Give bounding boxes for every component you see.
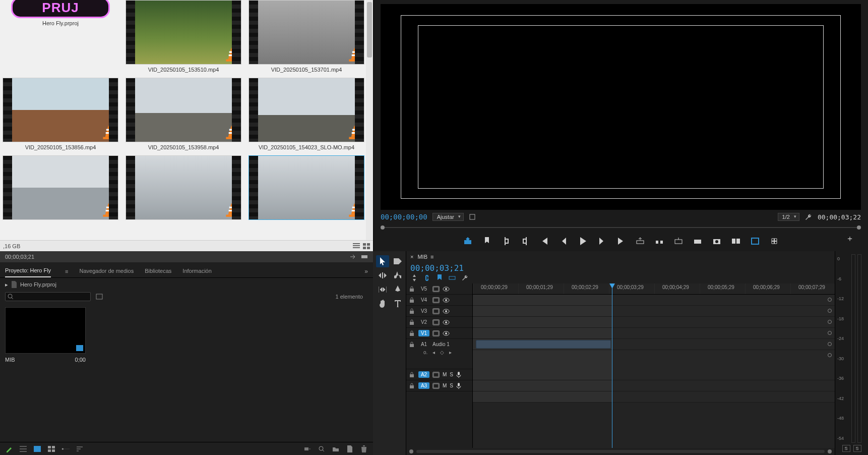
audio-track-header[interactable]: A3MS	[406, 380, 472, 391]
sequence-tab-menu-icon[interactable]: ≡	[430, 254, 433, 260]
ripple-edit-tool-icon[interactable]	[376, 269, 389, 281]
lift-icon[interactable]	[635, 236, 645, 246]
go-to-in-icon[interactable]	[539, 236, 549, 246]
track-target[interactable]: V5	[418, 286, 429, 292]
hand-tool-icon[interactable]	[376, 298, 389, 310]
playhead[interactable]	[612, 283, 612, 448]
media-item[interactable]	[246, 155, 367, 225]
pen-icon[interactable]	[5, 445, 13, 453]
pen-tool-icon[interactable]	[391, 283, 404, 296]
linked-selection-icon[interactable]	[423, 274, 430, 281]
lock-icon[interactable]	[409, 286, 415, 292]
add-marker-icon[interactable]	[482, 236, 492, 246]
keyframe-o-icon[interactable]: o.	[423, 350, 427, 355]
extract-icon[interactable]	[654, 236, 664, 246]
grid-view-icon[interactable]	[363, 243, 370, 249]
fit-dropdown[interactable]: Ajustar	[432, 213, 464, 221]
prev-keyframe-icon[interactable]: ◂	[432, 350, 435, 355]
track-target[interactable]: V1	[418, 330, 429, 336]
automate-to-sequence-icon[interactable]	[303, 445, 312, 453]
audio-track-header[interactable]: A1Audio 1o.◂◇▸	[406, 339, 472, 369]
solo-right-button[interactable]: S	[853, 445, 861, 452]
solo-button[interactable]: S	[450, 383, 453, 388]
timeline-zoom-bar[interactable]	[406, 448, 835, 455]
proxy-toggle-icon[interactable]	[769, 236, 779, 246]
video-track-header[interactable]: V2	[406, 317, 472, 328]
close-sequence-icon[interactable]: ×	[410, 254, 413, 260]
mark-in-icon[interactable]	[501, 236, 511, 246]
media-item[interactable]: PRUJHero Fly.prproj	[0, 0, 121, 76]
track-target[interactable]: A1	[418, 341, 429, 348]
media-item[interactable]: VID_20250105_153958.mp4	[123, 78, 244, 153]
media-item[interactable]	[123, 155, 244, 225]
lock-icon[interactable]	[409, 330, 415, 336]
timeline-tracks[interactable]: 00;00;00;2900;00;01;2900;00;02;2900;00;0…	[473, 283, 835, 448]
toggle-track-output-icon[interactable]	[443, 287, 450, 292]
media-item[interactable]: VID_20250105_153701.mp4	[246, 0, 367, 76]
track-target[interactable]: V3	[418, 308, 429, 314]
video-track-header[interactable]: V4	[406, 295, 472, 306]
mark-out-icon[interactable]	[520, 236, 530, 246]
record-mic-icon[interactable]	[456, 383, 461, 389]
panel-expand-icon[interactable]: »	[364, 268, 368, 275]
tab-info[interactable]: Información	[182, 266, 211, 277]
next-keyframe-icon[interactable]: ▸	[449, 350, 452, 355]
track-target[interactable]: V4	[418, 297, 429, 303]
solo-button[interactable]: S	[450, 372, 453, 377]
export-frame-icon[interactable]	[463, 236, 473, 246]
track-target[interactable]: A2	[418, 371, 429, 378]
crop-icon[interactable]	[469, 213, 476, 220]
video-lane[interactable]	[473, 339, 835, 350]
video-track-header[interactable]: V3	[406, 306, 472, 317]
sequence-tab[interactable]: MIB ≡	[417, 254, 433, 260]
timeline-settings-icon[interactable]	[448, 274, 456, 281]
sync-lock-icon[interactable]	[432, 286, 440, 292]
new-bin-icon[interactable]	[332, 445, 340, 453]
playback-resolution-dropdown[interactable]: 1/2	[778, 213, 799, 221]
tab-menu-icon[interactable]: ≡	[65, 268, 68, 274]
lock-icon[interactable]	[409, 342, 415, 348]
sort-icon[interactable]	[76, 445, 84, 453]
media-item[interactable]: VID_20250105_153856.mp4	[0, 78, 121, 153]
overwrite-clip-icon[interactable]	[693, 236, 703, 246]
safe-margins-icon[interactable]	[750, 236, 760, 246]
mute-button[interactable]: M	[443, 372, 447, 377]
selection-tool-icon[interactable]	[376, 255, 389, 267]
trash-icon[interactable]	[360, 445, 368, 453]
fx-icon[interactable]	[432, 383, 440, 389]
mute-button[interactable]: M	[443, 383, 447, 388]
toggle-track-output-icon[interactable]	[443, 298, 450, 303]
toggle-track-output-icon[interactable]	[443, 320, 450, 325]
new-item-icon[interactable]	[346, 445, 354, 453]
video-lane[interactable]	[473, 306, 835, 317]
toggle-track-output-icon[interactable]	[443, 309, 450, 314]
program-scrubber[interactable]	[381, 224, 861, 231]
comparison-view-icon[interactable]	[731, 236, 741, 246]
track-target[interactable]: A3	[418, 382, 429, 389]
media-browser-scrollbar[interactable]	[366, 0, 373, 240]
project-bin-item[interactable]: MIB 0;00	[5, 307, 86, 363]
audio-lane[interactable]	[473, 350, 835, 380]
slip-tool-icon[interactable]	[376, 283, 389, 296]
media-item[interactable]: VID_20250105_153510.mp4	[123, 0, 244, 76]
play-icon[interactable]	[578, 236, 588, 246]
timeline-ruler[interactable]: 00;00;00;2900;00;01;2900;00;02;2900;00;0…	[473, 283, 835, 295]
media-item[interactable]: VID_20250105_154023_SLO-MO.mp4	[246, 78, 367, 153]
list-view-icon[interactable]	[353, 243, 360, 249]
find-icon[interactable]	[318, 445, 326, 453]
tab-project[interactable]: Proyecto: Hero Fly	[5, 265, 51, 277]
lock-icon[interactable]	[409, 372, 415, 378]
fx-icon[interactable]	[432, 372, 440, 378]
audio-lane[interactable]	[473, 391, 835, 403]
solo-left-button[interactable]: S	[842, 445, 850, 452]
insert-clip-icon[interactable]	[673, 236, 684, 246]
add-keyframe-icon[interactable]: ◇	[440, 350, 444, 355]
source-insert-icon[interactable]	[350, 254, 357, 260]
freeform-view-icon[interactable]	[47, 445, 55, 453]
video-lane[interactable]	[473, 317, 835, 328]
list-view-icon[interactable]	[19, 445, 27, 453]
sync-lock-icon[interactable]	[432, 297, 440, 303]
lock-icon[interactable]	[409, 297, 415, 303]
track-select-tool-icon[interactable]	[391, 255, 404, 267]
program-timecode-left[interactable]: 00;00;00;00	[381, 213, 427, 221]
